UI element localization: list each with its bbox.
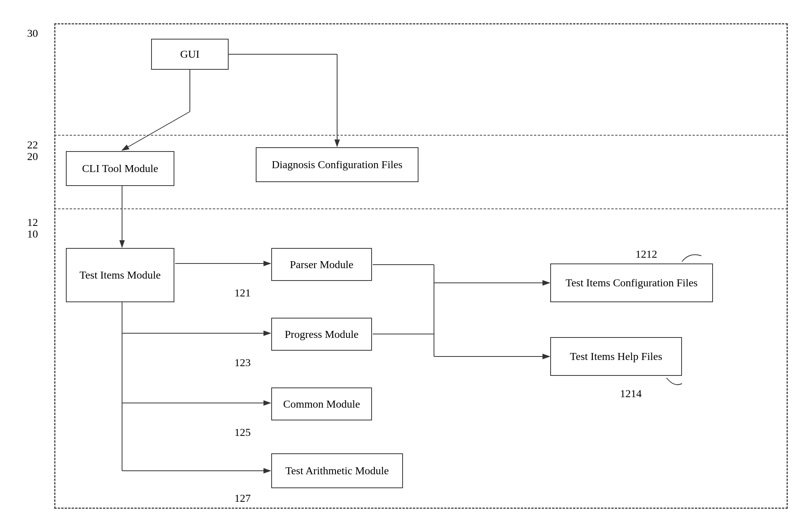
label-1212: 1212 [635,248,657,260]
diagnosis-config-box: Diagnosis Configuration Files [256,147,418,182]
label-12: 12 [27,216,38,229]
test-arithmetic-box: Test Arithmetic Module [271,453,403,488]
common-box: Common Module [271,387,372,420]
parser-box: Parser Module [271,248,372,281]
label-123: 123 [234,356,251,369]
label-121: 121 [234,287,251,299]
test-items-box: Test Items Module [66,248,174,302]
gui-box: GUI [151,39,229,70]
test-items-config-box: Test Items Configuration Files [550,263,713,302]
label-1214: 1214 [620,387,642,400]
label-127: 127 [234,492,251,504]
cli-tool-box: CLI Tool Module [66,151,174,186]
progress-box: Progress Module [271,318,372,351]
test-items-help-box: Test Items Help Files [550,337,682,376]
label-10: 10 [27,228,38,240]
label-125: 125 [234,426,251,439]
label-20: 20 [27,150,38,163]
label-30: 30 [27,27,38,40]
label-22: 22 [27,139,38,151]
